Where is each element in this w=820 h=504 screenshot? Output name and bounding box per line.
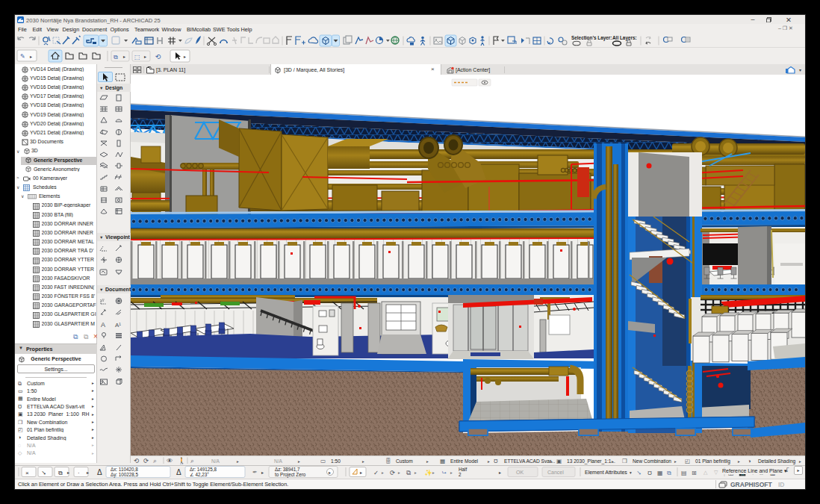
svg-text:⟳: ⟳ — [143, 457, 149, 464]
svg-text:✨: ✨ — [424, 469, 432, 477]
svg-text:2: 2 — [459, 472, 462, 477]
svg-text:▸: ▸ — [298, 459, 300, 464]
svg-text:Cancel: Cancel — [547, 470, 564, 475]
svg-text:Element Attributes: Element Attributes — [585, 470, 627, 475]
svg-text:01 Plan befintlig: 01 Plan befintlig — [695, 458, 730, 464]
svg-text:❐: ❐ — [622, 458, 627, 464]
svg-text:▤: ▤ — [681, 470, 687, 476]
svg-text:▸: ▸ — [450, 470, 453, 475]
svg-text:▸: ▸ — [362, 459, 364, 464]
svg-text:A¹: A¹ — [115, 322, 121, 329]
svg-text:ETTELVA ACAD Svar...: ETTELVA ACAD Svar... — [504, 458, 555, 464]
svg-text:∠ 42,23°: ∠ 42,23° — [190, 472, 209, 477]
svg-text:▸: ▸ — [261, 470, 264, 475]
svg-text:👁: 👁 — [167, 457, 173, 464]
svg-text:🚶: 🚶 — [178, 457, 186, 465]
svg-text:Δz: 38941,7: Δz: 38941,7 — [275, 467, 300, 472]
svg-text:⭨: ⭨ — [42, 470, 46, 476]
svg-text:▸: ▸ — [799, 459, 801, 464]
svg-text:×: × — [25, 470, 29, 476]
svg-text:Custom: Custom — [396, 458, 413, 464]
svg-text:N/A: N/A — [211, 458, 220, 464]
svg-text:▸: ▸ — [382, 470, 384, 475]
svg-text:▾: ▾ — [630, 470, 632, 475]
svg-text:🗄: 🗄 — [385, 458, 391, 464]
svg-text:⧉: ⧉ — [58, 470, 63, 476]
svg-text:All Layers:: All Layers: — [612, 35, 637, 41]
svg-text:⊞: ⊞ — [692, 470, 697, 476]
svg-text:▸: ▸ — [426, 459, 429, 464]
svg-text:New Combination: New Combination — [633, 458, 671, 464]
svg-text:Half: Half — [459, 467, 467, 472]
svg-text:1:50: 1:50 — [331, 458, 341, 464]
svg-text:⬚: ⬚ — [134, 54, 140, 60]
svg-text:⮡: ⮡ — [442, 470, 447, 475]
svg-text:▸: ▸ — [329, 470, 331, 475]
svg-text:▸: ▸ — [144, 55, 146, 59]
svg-text:▸: ▸ — [87, 470, 89, 475]
svg-text:▸: ▸ — [488, 459, 490, 464]
svg-text:▸: ▸ — [550, 459, 553, 464]
svg-text:▣: ▣ — [556, 458, 562, 464]
svg-text:⧉: ⧉ — [667, 470, 671, 476]
svg-text:OK: OK — [516, 470, 524, 475]
svg-text:▽: ▽ — [714, 470, 718, 475]
svg-text:·: · — [78, 470, 80, 476]
svg-text:A: A — [101, 321, 105, 329]
svg-text:Δr: 149125,8: Δr: 149125,8 — [190, 467, 217, 472]
svg-text:to Project Zero: to Project Zero — [275, 472, 306, 478]
svg-text:⟲: ⟲ — [134, 457, 139, 464]
svg-text:⭨: ⭨ — [637, 470, 641, 476]
svg-text:▸: ▸ — [432, 470, 435, 475]
svg-text:Δ: Δ — [176, 468, 181, 476]
svg-text:Selection’s Layer:: Selection’s Layer: — [571, 35, 612, 41]
svg-text:▸: ▸ — [612, 459, 614, 464]
svg-text:◰: ◰ — [685, 458, 690, 464]
svg-text:Δ: Δ — [97, 468, 102, 476]
svg-text:▦: ▦ — [657, 470, 663, 476]
svg-text:⟲: ⟲ — [155, 53, 161, 60]
svg-text:Ʊ: Ʊ — [494, 458, 498, 464]
svg-text:✒: ✒ — [252, 469, 258, 476]
svg-text:Δy: 100228,5: Δy: 100228,5 — [111, 472, 139, 478]
svg-text:▸: ▸ — [360, 470, 362, 475]
svg-text:◑: ◑ — [748, 458, 751, 464]
svg-text:▸: ▸ — [398, 470, 400, 475]
svg-text:△: △ — [703, 470, 708, 475]
svg-text:⧉: ⧉ — [114, 54, 118, 60]
svg-text:⧉: ⧉ — [406, 469, 411, 476]
svg-text:⟳: ⟳ — [390, 469, 395, 476]
svg-text:▸: ▸ — [67, 470, 69, 475]
svg-text:Δx: 110420,8: Δx: 110420,8 — [111, 467, 138, 472]
svg-text:▸: ▸ — [499, 470, 501, 475]
svg-text:Ʊ: Ʊ — [647, 470, 652, 476]
svg-text:⌕: ⌕ — [190, 457, 194, 464]
svg-text:✓: ✓ — [373, 469, 379, 476]
svg-text:13 2030_Planer_1:1...: 13 2030_Planer_1:1... — [567, 458, 615, 464]
svg-text:Detailed Shading: Detailed Shading — [758, 458, 796, 464]
svg-text:▭: ▭ — [320, 458, 326, 464]
svg-text:▦: ▦ — [440, 458, 445, 464]
svg-text:▸: ▸ — [30, 55, 32, 59]
svg-text:▸: ▸ — [674, 459, 677, 464]
svg-text:▸: ▸ — [123, 55, 125, 59]
svg-text:✎: ✎ — [20, 53, 25, 60]
svg-text:⌕: ⌕ — [153, 457, 157, 464]
svg-text:▸: ▸ — [184, 55, 186, 59]
svg-text:▸: ▸ — [738, 459, 740, 464]
svg-text:N/A: N/A — [274, 458, 283, 464]
svg-text:▸: ▸ — [414, 470, 417, 475]
svg-text:Entire Model: Entire Model — [450, 458, 479, 464]
svg-text:▸: ▸ — [237, 459, 239, 464]
